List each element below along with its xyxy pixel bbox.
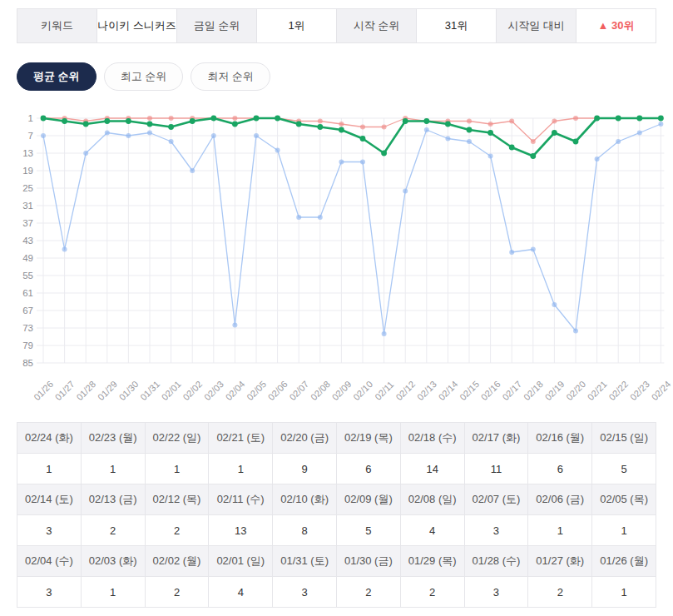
svg-text:02/12: 02/12 xyxy=(393,379,417,401)
date-header-cell: 02/12 (목) xyxy=(145,484,209,515)
rank-value-cell: 1 xyxy=(528,515,592,546)
rank-value-cell: 3 xyxy=(273,577,337,608)
data-point xyxy=(423,118,429,124)
date-header-cell: 02/01 (일) xyxy=(209,546,273,577)
data-point xyxy=(317,124,323,130)
svg-text:85: 85 xyxy=(22,358,33,368)
date-header-cell: 02/20 (금) xyxy=(273,423,337,454)
rank-value-cell: 8 xyxy=(273,515,337,546)
rank-value-row: 111196141165 xyxy=(17,454,656,484)
svg-text:37: 37 xyxy=(22,218,33,228)
date-header-cell: 01/30 (금) xyxy=(336,546,400,577)
rank-value-row: 32213854311 xyxy=(17,515,656,546)
tab-worst-rank[interactable]: 최저 순위 xyxy=(191,62,270,91)
data-point xyxy=(232,323,237,328)
data-point xyxy=(41,133,46,138)
rank-value-cell: 5 xyxy=(336,515,400,546)
data-point xyxy=(147,131,152,136)
data-point xyxy=(190,168,195,173)
today-rank-value: 1위 xyxy=(256,9,336,42)
rank-value-cell: 5 xyxy=(592,454,656,484)
data-point xyxy=(169,116,174,121)
date-header-cell: 02/09 (월) xyxy=(336,484,400,515)
rank-value-cell: 1 xyxy=(209,454,273,484)
svg-text:31: 31 xyxy=(22,201,33,211)
rank-value-cell: 13 xyxy=(209,515,273,546)
rank-value-cell: 11 xyxy=(464,454,528,484)
date-header-cell: 02/13 (금) xyxy=(81,484,145,515)
data-point xyxy=(488,122,493,127)
data-point xyxy=(552,130,557,136)
date-header-cell: 01/27 (화) xyxy=(528,546,592,577)
rank-value-cell: 2 xyxy=(528,577,592,608)
data-point xyxy=(467,119,472,124)
data-point xyxy=(339,160,344,165)
svg-text:02/21: 02/21 xyxy=(586,379,609,401)
tab-average-rank[interactable]: 평균 순위 xyxy=(17,62,96,91)
data-point xyxy=(658,116,664,122)
date-header-cell: 02/21 (토) xyxy=(209,423,273,454)
rank-value-cell: 3 xyxy=(464,577,528,608)
svg-text:02/22: 02/22 xyxy=(606,379,630,401)
daily-rank-table: 02/24 (화)02/23 (월)02/22 (일)02/21 (토)02/2… xyxy=(17,422,656,608)
svg-text:01/26: 01/26 xyxy=(32,379,55,401)
svg-text:55: 55 xyxy=(22,271,33,281)
date-header-cell: 02/11 (수) xyxy=(209,484,273,515)
tab-best-rank[interactable]: 최고 순위 xyxy=(104,62,184,91)
svg-text:02/23: 02/23 xyxy=(628,379,651,401)
data-point xyxy=(637,131,642,136)
svg-text:19: 19 xyxy=(22,166,33,176)
svg-text:02/04: 02/04 xyxy=(224,379,247,401)
date-header-cell: 02/15 (일) xyxy=(592,423,656,454)
svg-text:02/11: 02/11 xyxy=(373,379,395,401)
data-point xyxy=(360,136,366,142)
rank-value-cell: 3 xyxy=(17,515,82,546)
svg-text:02/05: 02/05 xyxy=(245,379,268,401)
data-point xyxy=(232,122,238,127)
svg-text:02/01: 02/01 xyxy=(160,379,183,401)
date-header-row: 02/24 (화)02/23 (월)02/22 (일)02/21 (토)02/2… xyxy=(17,423,656,454)
data-point xyxy=(104,118,110,124)
svg-text:79: 79 xyxy=(22,340,33,350)
rank-value-cell: 4 xyxy=(400,515,464,546)
data-point xyxy=(296,122,302,127)
keyword-value: 나이키 스니커즈 xyxy=(96,9,176,42)
data-point xyxy=(318,119,323,124)
data-point xyxy=(232,116,237,121)
data-point xyxy=(531,247,536,252)
start-rank-label: 시작 순위 xyxy=(336,9,416,42)
svg-text:1: 1 xyxy=(28,113,33,123)
data-point xyxy=(552,302,557,307)
date-header-cell: 01/29 (목) xyxy=(400,546,464,577)
data-point xyxy=(41,116,47,122)
date-header-cell: 02/05 (목) xyxy=(592,484,656,515)
data-point xyxy=(360,160,365,165)
rank-value-cell: 1 xyxy=(592,577,656,608)
data-point xyxy=(83,151,88,156)
data-point xyxy=(467,139,472,144)
rank-value-cell: 2 xyxy=(145,515,209,546)
rank-value-cell: 2 xyxy=(400,577,464,608)
data-point xyxy=(573,116,578,121)
data-point xyxy=(403,189,408,194)
rank-value-cell: 3 xyxy=(17,577,82,608)
data-point xyxy=(445,122,451,127)
date-header-cell: 02/07 (토) xyxy=(464,484,528,515)
data-point xyxy=(147,116,152,121)
data-point xyxy=(169,139,174,144)
svg-text:7: 7 xyxy=(28,131,33,141)
svg-text:02/02: 02/02 xyxy=(181,379,204,401)
svg-text:02/03: 02/03 xyxy=(202,379,225,401)
date-header-cell: 02/14 (토) xyxy=(17,484,82,515)
rank-value-row: 3124322321 xyxy=(17,577,656,608)
data-point xyxy=(509,250,514,255)
date-header-row: 02/04 (수)02/03 (화)02/02 (월)02/01 (일)01/3… xyxy=(17,546,656,577)
data-point xyxy=(210,116,216,122)
data-point xyxy=(658,122,663,127)
data-point xyxy=(126,133,131,138)
rank-value-cell: 4 xyxy=(209,577,273,608)
data-point xyxy=(509,145,515,151)
date-header-cell: 02/06 (금) xyxy=(528,484,592,515)
data-point xyxy=(275,116,280,122)
svg-text:02/13: 02/13 xyxy=(415,379,438,401)
